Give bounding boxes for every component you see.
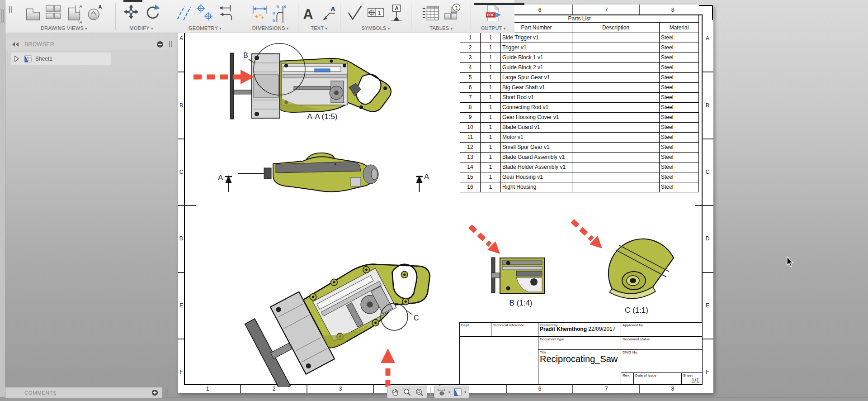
cell-material: Steel	[660, 153, 699, 162]
rotate-button[interactable]	[142, 2, 162, 24]
cell-item: 15	[460, 172, 481, 182]
cell-description	[572, 162, 660, 172]
section-view-a-a[interactable]: B	[226, 43, 402, 122]
zoom-window-button[interactable]	[413, 387, 425, 397]
modify-menu[interactable]: MODIFY	[129, 25, 153, 33]
parts-list-row: 2 1 Trigger v1 Steel	[460, 43, 699, 53]
output-pdf-button[interactable]: PDF	[483, 2, 504, 24]
comments-bar[interactable]: COMMENTS	[5, 387, 162, 398]
grid-layout-button[interactable]	[452, 387, 464, 397]
dock-grip[interactable]	[1, 9, 2, 23]
feature-control-frame-button[interactable]: 1	[365, 2, 386, 24]
titleblock-dept: Dept.	[460, 323, 491, 337]
detail-view-icon: A	[85, 3, 104, 24]
leader-text-button[interactable]: A	[319, 2, 340, 24]
output-menu[interactable]: OUTPUT	[481, 25, 506, 33]
dimensions-menu[interactable]: DIMENSIONS	[252, 25, 289, 33]
feature-control-frame-icon: 1	[366, 3, 385, 24]
pan-button[interactable]	[389, 387, 401, 397]
svg-text:Y: Y	[273, 11, 276, 16]
sidebar-item-sheet1[interactable]: Sheet1	[11, 53, 111, 65]
border-letter: C	[706, 169, 710, 175]
pdf-icon: PDF	[484, 3, 503, 24]
browser-panel-grip[interactable]	[169, 41, 172, 47]
cell-material: Steel	[660, 43, 699, 53]
document-settings-button[interactable]	[436, 387, 448, 397]
title-block[interactable]: Dept. Technical reference Created by Pra…	[459, 322, 703, 385]
cell-description	[572, 53, 660, 63]
browser-panel-header: BROWSER	[5, 38, 167, 50]
ordinate-dimension-button[interactable]: 0 X Y 0	[270, 2, 291, 24]
cell-part-number: Right Housing	[501, 182, 572, 192]
parts-list-row: 12 1 Small Spur Gear v1 Steel	[460, 143, 699, 153]
detail-view-button[interactable]: A	[85, 2, 105, 24]
toolbar-grip[interactable]	[9, 6, 12, 33]
cell-qty: 1	[481, 182, 501, 192]
cell-qty: 1	[481, 133, 501, 143]
dimension-icon	[250, 3, 269, 24]
geometry-menu[interactable]: GEOMETRY	[189, 25, 222, 33]
text-button[interactable]: A	[298, 2, 319, 24]
cell-description	[572, 63, 660, 73]
cell-part-number: Blade Guard v1	[501, 123, 572, 133]
cell-part-number: Motor v1	[501, 133, 572, 143]
parts-list-row: 15 1 Gear Housing v1 Steel	[460, 172, 699, 182]
dimension-button[interactable]	[250, 2, 270, 24]
comments-bar-grip[interactable]	[165, 389, 168, 396]
projected-view-button[interactable]	[43, 2, 64, 24]
cell-item: 9	[460, 113, 481, 123]
move-button[interactable]	[121, 2, 142, 24]
cell-description	[572, 172, 660, 182]
edge-extension-icon	[216, 3, 235, 24]
grid-layout-caret[interactable]: ▾	[464, 390, 466, 394]
parts-list-button[interactable]: 1	[441, 2, 462, 24]
expander-icon[interactable]	[14, 56, 20, 62]
edge-extension-button[interactable]	[215, 2, 236, 24]
collapse-panel-button[interactable]	[156, 41, 164, 48]
toolbar-separator	[167, 3, 167, 30]
cell-material: Steel	[660, 63, 699, 73]
parts-list[interactable]: Parts List Part Number Description Mater…	[460, 15, 699, 192]
collapse-arrows-icon[interactable]	[11, 41, 20, 48]
parts-list-row: 10 1 Blade Guard v1 Steel	[460, 123, 699, 133]
detail-view-c[interactable]	[603, 232, 689, 304]
cell-material: Steel	[660, 103, 699, 113]
symbols-menu[interactable]: SYMBOLS	[361, 25, 390, 33]
datum-identifier-button[interactable]: A	[386, 2, 407, 24]
col-header-description: Description	[572, 23, 660, 33]
isometric-view[interactable]: C	[232, 217, 467, 387]
text-menu[interactable]: TEXT	[311, 25, 327, 33]
border-letter: A	[179, 35, 183, 42]
cell-part-number: Blade Holder Assembly v1	[501, 162, 572, 172]
dock-grip[interactable]	[3, 9, 4, 23]
cell-part-number: Gear Housing v1	[501, 172, 572, 182]
cell-material: Steel	[660, 133, 699, 143]
surface-texture-button[interactable]	[344, 2, 365, 24]
drawing-sheet[interactable]: A B C D E F A B C D E F 6 7 8 1	[178, 5, 713, 393]
centerline-button[interactable]	[174, 2, 194, 24]
parts-list-row: 3 1 Guide Block 1 v1 Steel	[460, 53, 699, 63]
base-view-button[interactable]	[22, 2, 43, 24]
drawing-views-menu[interactable]: DRAWING VIEWS	[41, 25, 87, 33]
section-view-button[interactable]: A A	[64, 2, 85, 24]
tables-menu[interactable]: TABLES	[429, 25, 453, 33]
ruler-number: 7	[605, 7, 608, 13]
section-view-icon: A A	[65, 3, 84, 24]
document-settings-caret[interactable]: ▾	[448, 390, 450, 394]
parts-list-row: 11 1 Motor v1 Steel	[460, 133, 699, 143]
sheet-number: 1/1	[683, 378, 701, 382]
cell-part-number: Short Rod v1	[501, 93, 572, 103]
titleblock-left-empty	[460, 337, 538, 385]
svg-text:1: 1	[378, 10, 381, 16]
parts-list-body: 1 1 Side Trigger v1 Steel 2 1 Trigger v1…	[460, 33, 699, 192]
center-mark-button[interactable]	[194, 2, 215, 24]
top-view[interactable]: A A	[217, 149, 434, 199]
border-letter: A	[706, 35, 709, 42]
grid-layout-icon	[453, 387, 462, 397]
sheet-icon	[24, 55, 32, 62]
zoom-button[interactable]	[401, 387, 413, 397]
add-comment-button[interactable]	[151, 389, 158, 396]
detail-view-b[interactable]	[490, 256, 547, 294]
toolbar-separator	[471, 3, 471, 30]
table-button[interactable]	[420, 2, 441, 24]
